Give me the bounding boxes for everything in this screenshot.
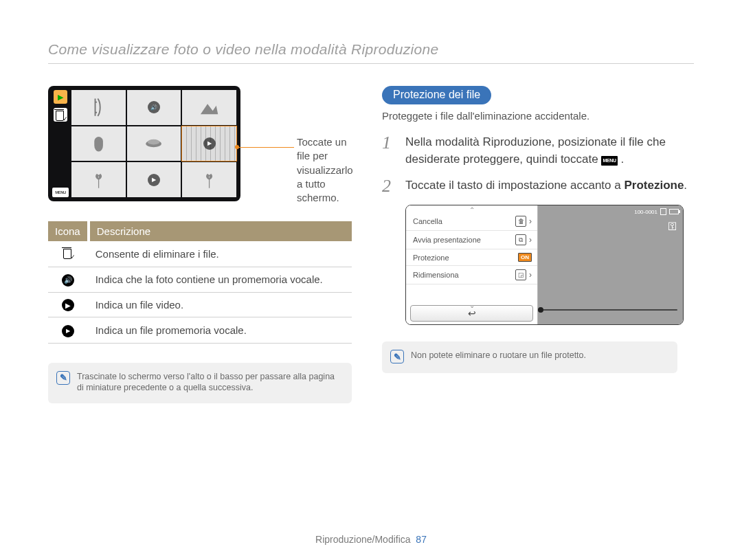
step-bold: Protezione <box>624 179 684 192</box>
thumbnail-screen-wrap: ▶ ✓ MENU 🔊 ▶▶ ▶ <box>48 86 352 206</box>
menu-item-label: Ridimensiona <box>413 271 459 279</box>
camera-menu-screen: ⌃ Cancella 🗑› Avvia presentazione ⧉› Pro… <box>405 205 684 325</box>
step-number: 2 <box>382 177 397 195</box>
sidebar-trash-icon[interactable]: ✓ <box>54 108 67 122</box>
menu-item-avvia-presentazione[interactable]: Avvia presentazione ⧉› <box>406 231 537 249</box>
on-badge: ON <box>518 253 532 262</box>
cell-desc: Indica che la foto contiene un promemori… <box>89 267 352 293</box>
menu-item-label: Cancella <box>413 217 442 225</box>
step-text-after: . <box>684 179 687 192</box>
slideshow-icon: ⧉ <box>515 234 526 245</box>
file-counter: 100-0001 <box>634 209 657 215</box>
scroll-down-icon[interactable]: ⌄ <box>469 302 475 309</box>
table-row: ▶ Indica un file promemoria vocale. <box>48 317 352 344</box>
sidebar-menu-button[interactable]: MENU <box>52 188 69 197</box>
scroll-up-icon[interactable]: ⌃ <box>469 206 475 214</box>
page-title: Come visualizzare foto o video nella mod… <box>48 41 694 58</box>
footer: Riproduzione/Modifica 87 <box>0 534 742 545</box>
cell-desc: Indica un file promemoria vocale. <box>89 317 352 344</box>
table-row: ✓ Consente di eliminare i file. <box>48 241 352 267</box>
table-row: 🔊 Indica che la foto contiene un promemo… <box>48 267 352 293</box>
step: 1 Nella modalità Riproduzione, posiziona… <box>382 134 694 168</box>
step-text-before: Toccate il tasto di impostazione accanto… <box>405 179 624 192</box>
section-intro: Proteggete i file dall'eliminazione acci… <box>382 110 694 122</box>
sidebar-play-icon[interactable]: ▶ <box>54 90 67 104</box>
thumb[interactable] <box>127 126 181 161</box>
key-lock-icon: ⚿ <box>668 221 677 232</box>
thumb[interactable]: ▶ <box>127 162 181 197</box>
callout-line <box>239 142 294 152</box>
th-desc: Descrizione <box>89 221 352 241</box>
battery-icon <box>669 209 679 214</box>
svg-point-1 <box>148 139 160 145</box>
icon-table: Icona Descrizione ✓ Consente di eliminar… <box>48 221 352 344</box>
menu-icon: MENU <box>601 156 617 166</box>
tip-box-left: ✎ Trascinate lo schermo verso l'alto o i… <box>48 363 352 404</box>
step-number: 1 <box>382 134 397 168</box>
th-icon: Icona <box>48 221 89 241</box>
thumbnail-screen: ▶ ✓ MENU 🔊 ▶▶ ▶ <box>48 86 240 201</box>
trash-check-icon: ✓ <box>62 247 74 259</box>
callout-text: Toccate un file per visualizzarlo a tutt… <box>297 135 353 205</box>
section-heading: Protezione dei file <box>382 86 491 104</box>
camera-menu-items: Cancella 🗑› Avvia presentazione ⧉› Prote… <box>406 205 537 304</box>
info-icon: ✎ <box>390 350 404 363</box>
title-rule <box>48 63 694 64</box>
menu-item-protezione[interactable]: Protezione ON <box>406 249 537 266</box>
sd-card-icon <box>660 208 666 215</box>
table-row: ▶ Indica un file video. <box>48 292 352 317</box>
step-text: Toccate il tasto di impostazione accanto… <box>405 177 687 195</box>
cell-icon: ▶ <box>48 292 89 317</box>
status-bar: 100-0001 <box>634 208 679 215</box>
memo-play-icon: ▶ <box>148 174 160 186</box>
step: 2 Toccate il tasto di impostazione accan… <box>382 177 694 195</box>
tip-text: Trascinate lo schermo verso l'alto o il … <box>77 371 342 394</box>
left-column: ▶ ✓ MENU 🔊 ▶▶ ▶ <box>48 86 352 403</box>
steps-list: 1 Nella modalità Riproduzione, posiziona… <box>382 134 694 195</box>
step-text-before: Nella modalità Riproduzione, posizionate… <box>405 135 666 166</box>
thumb[interactable] <box>71 162 126 197</box>
cell-icon: ▶ <box>48 317 89 344</box>
video-play-icon: ▶ <box>203 137 216 150</box>
memo-play-icon: ▶ <box>62 325 74 337</box>
tip-text: Non potete eliminare o ruotare un file p… <box>411 350 586 363</box>
info-icon: ✎ <box>56 371 70 385</box>
screen-sidebar: ▶ ✓ MENU <box>52 90 69 197</box>
menu-item-label: Avvia presentazione <box>413 236 481 244</box>
menu-item-ridimensiona[interactable]: Ridimensiona ◲› <box>406 266 537 284</box>
page: Come visualizzare foto o video nella mod… <box>0 0 742 560</box>
columns: ▶ ✓ MENU 🔊 ▶▶ ▶ <box>48 86 694 403</box>
step-text-after: . <box>618 153 624 166</box>
video-play-icon: ▶ <box>62 299 74 311</box>
resize-icon: ◲ <box>515 269 526 280</box>
thumb[interactable] <box>71 126 126 161</box>
thumbnail-grid: 🔊 ▶▶ ▶ <box>71 90 236 197</box>
step-text: Nella modalità Riproduzione, posizionate… <box>405 134 694 168</box>
trash-icon: 🗑 <box>515 216 526 227</box>
camera-menu-panel: ⌃ Cancella 🗑› Avvia presentazione ⧉› Pro… <box>406 205 538 324</box>
thumb[interactable] <box>182 90 236 125</box>
thumb-selected[interactable]: ▶▶ <box>182 126 236 161</box>
thumb[interactable]: 🔊 <box>127 90 181 125</box>
footer-section: Riproduzione/Modifica <box>315 534 411 545</box>
timeline-slider[interactable] <box>538 309 677 311</box>
cell-icon: ✓ <box>48 241 89 267</box>
tip-box-right: ✎ Non potete eliminare o ruotare un file… <box>382 341 677 373</box>
voice-memo-icon: 🔊 <box>148 101 160 113</box>
chevron-right-icon: › <box>529 216 532 226</box>
thumb[interactable] <box>71 90 126 125</box>
chevron-right-icon: › <box>529 235 532 245</box>
camera-menu-preview: 100-0001 ⚿ <box>538 205 683 324</box>
voice-memo-icon: 🔊 <box>62 274 74 287</box>
right-column: Protezione dei file Proteggete i file da… <box>382 86 694 403</box>
thumb[interactable] <box>182 162 236 197</box>
cell-icon: 🔊 <box>48 267 89 293</box>
menu-item-label: Protezione <box>413 254 449 262</box>
cell-desc: Indica un file video. <box>89 292 352 317</box>
cell-desc: Consente di eliminare i file. <box>89 241 352 267</box>
chevron-right-icon: › <box>529 270 532 280</box>
page-number: 87 <box>416 534 427 545</box>
menu-item-cancella[interactable]: Cancella 🗑› <box>406 212 537 231</box>
